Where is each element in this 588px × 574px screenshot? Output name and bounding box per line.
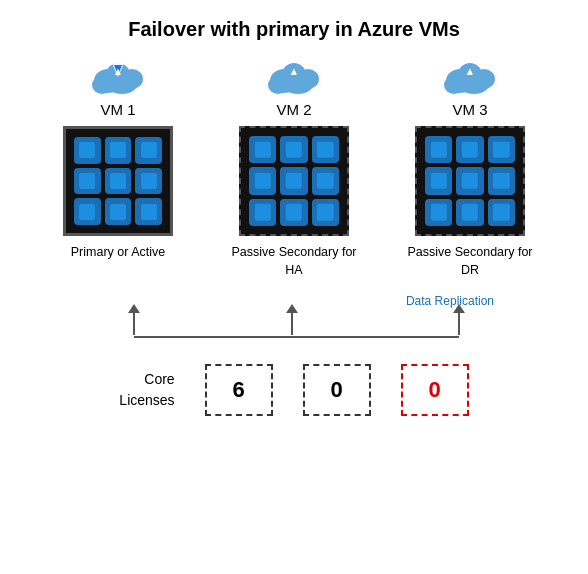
chip [488,167,515,194]
arrowhead-up-vm3 [453,304,465,313]
cloud-icon-1: ▲ [88,55,148,97]
vms-row: ▲ VM 1 Primary or Active [48,55,540,288]
chip [249,136,276,163]
svg-text:▲: ▲ [113,65,124,77]
vm-column-2: ▲ VM 2 Passive Secondary for HA [224,55,364,288]
chip [425,136,452,163]
chip [105,198,132,225]
arrow-shaft-vm1 [133,313,135,335]
license-box-3: 0 [401,364,469,416]
arrow-up-vm2 [286,304,298,335]
chip [74,168,101,195]
license-boxes: 6 0 0 [205,364,469,416]
chip [135,137,162,164]
chip [456,136,483,163]
chip [280,167,307,194]
vm-1-box [63,126,173,236]
arrowhead-up-vm1 [128,304,140,313]
license-box-1: 6 [205,364,273,416]
chip [105,168,132,195]
arrow-horizontal-line [134,336,459,338]
svg-point-4 [121,69,143,89]
arrow-shaft-vm2 [291,313,293,335]
vm-3-label: VM 3 [452,101,487,118]
svg-text:▲: ▲ [465,65,476,77]
chip [456,167,483,194]
license-box-2: 0 [303,364,371,416]
svg-text:▲: ▲ [289,65,300,77]
chip [488,199,515,226]
licenses-label: Core Licenses [119,369,174,411]
arrowhead-up-vm2 [286,304,298,313]
page-title: Failover with primary in Azure VMs [128,18,460,41]
vm-2-label: VM 2 [276,101,311,118]
vm-3-description: Passive Secondary for DR [400,244,540,288]
chip [312,199,339,226]
vm-2-box [239,126,349,236]
chip [280,136,307,163]
chip [249,167,276,194]
chip [312,167,339,194]
svg-point-12 [297,69,319,89]
vm-1-label: VM 1 [100,101,135,118]
data-replication-label: Data Replication [406,294,494,308]
chip [456,199,483,226]
vm-column-1: ▲ VM 1 Primary or Active [48,55,188,288]
arrow-up-vm1 [128,304,140,335]
chip [488,136,515,163]
licenses-section: Core Licenses 6 0 0 [119,364,468,416]
chip [312,136,339,163]
cloud-icon-2: ▲ [264,55,324,97]
chip [74,137,101,164]
vm-2-description: Passive Secondary for HA [224,244,364,288]
chip [105,137,132,164]
chip [135,168,162,195]
main-content: ▲ VM 1 Primary or Active [0,51,588,574]
svg-point-18 [473,69,495,89]
vm-column-3: ▲ VM 3 Passive Secondary for DR [400,55,540,288]
cloud-icon-3: ▲ [440,55,500,97]
chip [425,199,452,226]
chip [425,167,452,194]
chip [249,199,276,226]
arrows-section: Data Replication [44,290,544,346]
arrow-up-vm3 [453,304,465,335]
arrow-shaft-vm3 [458,313,460,335]
chip [280,199,307,226]
chip [135,198,162,225]
chip [74,198,101,225]
vm-1-description: Primary or Active [71,244,165,288]
vm-3-box [415,126,525,236]
